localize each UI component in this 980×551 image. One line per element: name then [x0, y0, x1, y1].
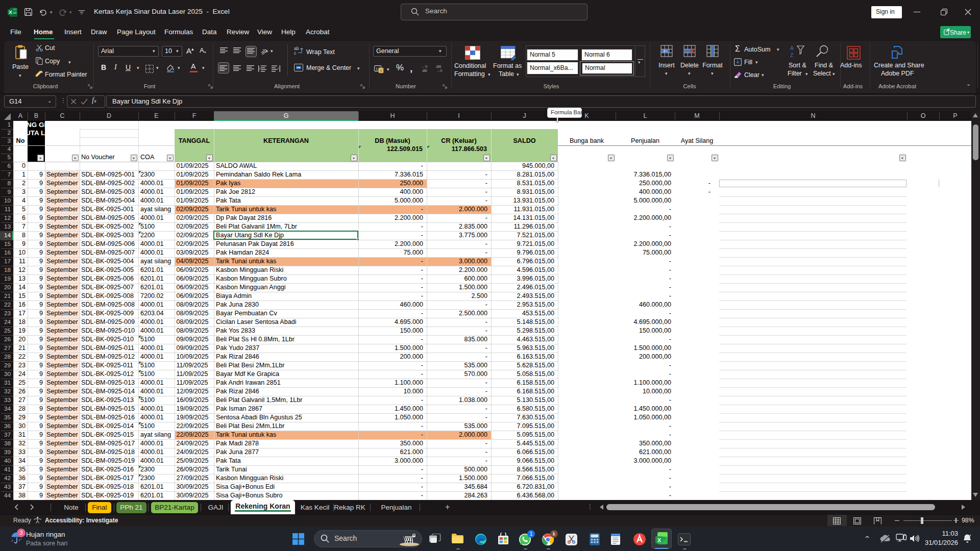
svg-text:z: z — [970, 534, 971, 537]
svg-text:.00: .00 — [422, 68, 427, 72]
svg-text:X: X — [9, 9, 12, 15]
svg-text:→0: →0 — [436, 68, 443, 72]
svg-text:c: c — [294, 51, 297, 55]
svg-text:A: A — [790, 45, 794, 51]
svg-text:X: X — [657, 537, 662, 543]
svg-text:Z: Z — [790, 52, 794, 58]
